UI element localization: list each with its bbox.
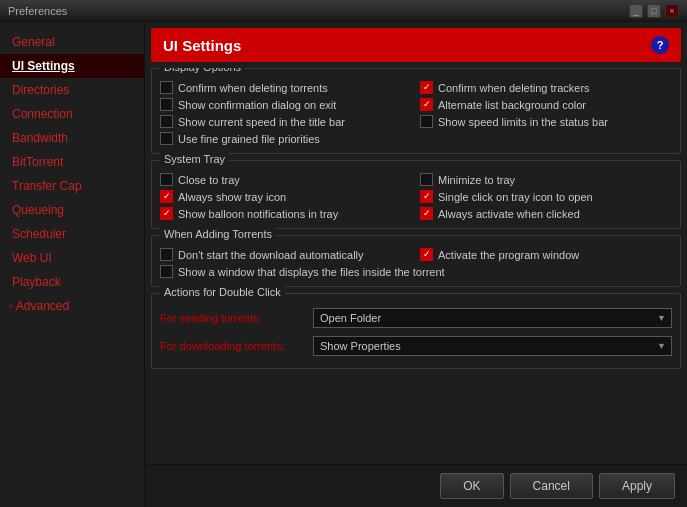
sidebar-item-advanced[interactable]: + Advanced	[0, 294, 144, 318]
label-show-window-files: Show a window that displays the files in…	[178, 266, 445, 278]
system-tray-section: System Tray Close to tray Minimize to tr…	[151, 160, 681, 229]
label-show-balloon: Show balloon notifications in tray	[178, 208, 338, 220]
label-activate-program: Activate the program window	[438, 249, 579, 261]
label-close-to-tray: Close to tray	[178, 174, 240, 186]
content-header: UI Settings ?	[151, 28, 681, 62]
apply-button[interactable]: Apply	[599, 473, 675, 499]
title-bar-controls: _ □ ×	[629, 4, 679, 18]
sidebar-item-bittorrent[interactable]: BitTorrent	[0, 150, 144, 174]
seeding-label: For seeding torrents:	[160, 312, 305, 324]
double-click-section: Actions for Double Click For seeding tor…	[151, 293, 681, 369]
label-show-speed-title: Show current speed in the title bar	[178, 116, 345, 128]
system-tray-grid: Close to tray Minimize to tray Always sh…	[160, 173, 672, 220]
option-activate-program: Activate the program window	[420, 248, 672, 261]
display-options-section: Display Options Confirm when deleting to…	[151, 68, 681, 154]
checkbox-fine-grained[interactable]	[160, 132, 173, 145]
checkbox-always-show-tray[interactable]	[160, 190, 173, 203]
maximize-button[interactable]: □	[647, 4, 661, 18]
main-container: General UI Settings Directories Connecti…	[0, 22, 687, 507]
option-single-click-tray: Single click on tray icon to open	[420, 190, 672, 203]
checkbox-confirm-delete-torrents[interactable]	[160, 81, 173, 94]
seeding-select-wrapper: Open Folder Show Properties Open Start/S…	[313, 308, 672, 328]
expand-icon: +	[8, 301, 14, 312]
label-show-speed-limits-status: Show speed limits in the status bar	[438, 116, 608, 128]
label-confirm-delete-trackers: Confirm when deleting trackers	[438, 82, 590, 94]
option-close-to-tray: Close to tray	[160, 173, 412, 186]
sidebar-item-connection[interactable]: Connection	[0, 102, 144, 126]
option-confirm-delete-trackers: Confirm when deleting trackers	[420, 81, 672, 94]
label-always-activate: Always activate when clicked	[438, 208, 580, 220]
checkbox-close-to-tray[interactable]	[160, 173, 173, 186]
checkbox-single-click-tray[interactable]	[420, 190, 433, 203]
display-options-grid: Confirm when deleting torrents Confirm w…	[160, 81, 672, 145]
option-minimize-to-tray: Minimize to tray	[420, 173, 672, 186]
label-minimize-to-tray: Minimize to tray	[438, 174, 515, 186]
checkbox-show-confirmation-exit[interactable]	[160, 98, 173, 111]
double-click-title: Actions for Double Click	[160, 286, 285, 298]
option-always-show-tray: Always show tray icon	[160, 190, 412, 203]
sidebar-item-scheduler[interactable]: Scheduler	[0, 222, 144, 246]
title-bar-text: Preferences	[8, 5, 67, 17]
option-always-activate: Always activate when clicked	[420, 207, 672, 220]
checkbox-confirm-delete-trackers[interactable]	[420, 81, 433, 94]
content-area: UI Settings ? Display Options Confirm wh…	[145, 22, 687, 507]
checkbox-alternate-list-bg[interactable]	[420, 98, 433, 111]
cancel-button[interactable]: Cancel	[510, 473, 593, 499]
option-dont-start-auto: Don't start the download automatically	[160, 248, 412, 261]
title-bar: Preferences _ □ ×	[0, 0, 687, 22]
minimize-button[interactable]: _	[629, 4, 643, 18]
checkbox-activate-program[interactable]	[420, 248, 433, 261]
label-always-show-tray: Always show tray icon	[178, 191, 286, 203]
label-show-confirmation-exit: Show confirmation dialog on exit	[178, 99, 336, 111]
ok-button[interactable]: OK	[440, 473, 503, 499]
sidebar-item-bandwidth[interactable]: Bandwidth	[0, 126, 144, 150]
when-adding-grid: Don't start the download automatically A…	[160, 248, 672, 278]
help-icon[interactable]: ?	[651, 36, 669, 54]
checkbox-minimize-to-tray[interactable]	[420, 173, 433, 186]
settings-body: Display Options Confirm when deleting to…	[145, 68, 687, 464]
downloading-label: For downloading torrents:	[160, 340, 305, 352]
option-show-confirmation-exit: Show confirmation dialog on exit	[160, 98, 412, 111]
option-alternate-list-bg: Alternate list background color	[420, 98, 672, 111]
sidebar: General UI Settings Directories Connecti…	[0, 22, 145, 507]
checkbox-show-speed-limits-status[interactable]	[420, 115, 433, 128]
option-show-speed-limits-status: Show speed limits in the status bar	[420, 115, 672, 128]
sidebar-item-playback[interactable]: Playback	[0, 270, 144, 294]
label-confirm-delete-torrents: Confirm when deleting torrents	[178, 82, 328, 94]
content-title: UI Settings	[163, 37, 241, 54]
sidebar-item-web-ui[interactable]: Web UI	[0, 246, 144, 270]
footer: OK Cancel Apply	[145, 464, 687, 507]
checkbox-dont-start-auto[interactable]	[160, 248, 173, 261]
option-confirm-delete-torrents: Confirm when deleting torrents	[160, 81, 412, 94]
downloading-select-wrapper: Show Properties Open Folder Open Start/S…	[313, 336, 672, 356]
label-single-click-tray: Single click on tray icon to open	[438, 191, 593, 203]
when-adding-title: When Adding Torrents	[160, 228, 276, 240]
label-dont-start-auto: Don't start the download automatically	[178, 249, 364, 261]
checkbox-show-speed-title[interactable]	[160, 115, 173, 128]
close-button[interactable]: ×	[665, 4, 679, 18]
downloading-select[interactable]: Show Properties Open Folder Open Start/S…	[313, 336, 672, 356]
label-fine-grained: Use fine grained file priorities	[178, 133, 320, 145]
checkbox-show-balloon[interactable]	[160, 207, 173, 220]
option-show-speed-title: Show current speed in the title bar	[160, 115, 412, 128]
sidebar-item-directories[interactable]: Directories	[0, 78, 144, 102]
option-show-balloon: Show balloon notifications in tray	[160, 207, 412, 220]
seeding-row: For seeding torrents: Open Folder Show P…	[160, 308, 672, 328]
checkbox-always-activate[interactable]	[420, 207, 433, 220]
option-show-window-files: Show a window that displays the files in…	[160, 265, 672, 278]
option-fine-grained: Use fine grained file priorities	[160, 132, 672, 145]
seeding-select[interactable]: Open Folder Show Properties Open Start/S…	[313, 308, 672, 328]
sidebar-item-general[interactable]: General	[0, 30, 144, 54]
downloading-row: For downloading torrents: Show Propertie…	[160, 336, 672, 356]
sidebar-item-queueing[interactable]: Queueing	[0, 198, 144, 222]
sidebar-item-transfer-cap[interactable]: Transfer Cap	[0, 174, 144, 198]
sidebar-item-ui-settings[interactable]: UI Settings	[0, 54, 144, 78]
display-options-title: Display Options	[160, 68, 245, 73]
when-adding-section: When Adding Torrents Don't start the dow…	[151, 235, 681, 287]
system-tray-title: System Tray	[160, 153, 229, 165]
label-alternate-list-bg: Alternate list background color	[438, 99, 586, 111]
checkbox-show-window-files[interactable]	[160, 265, 173, 278]
